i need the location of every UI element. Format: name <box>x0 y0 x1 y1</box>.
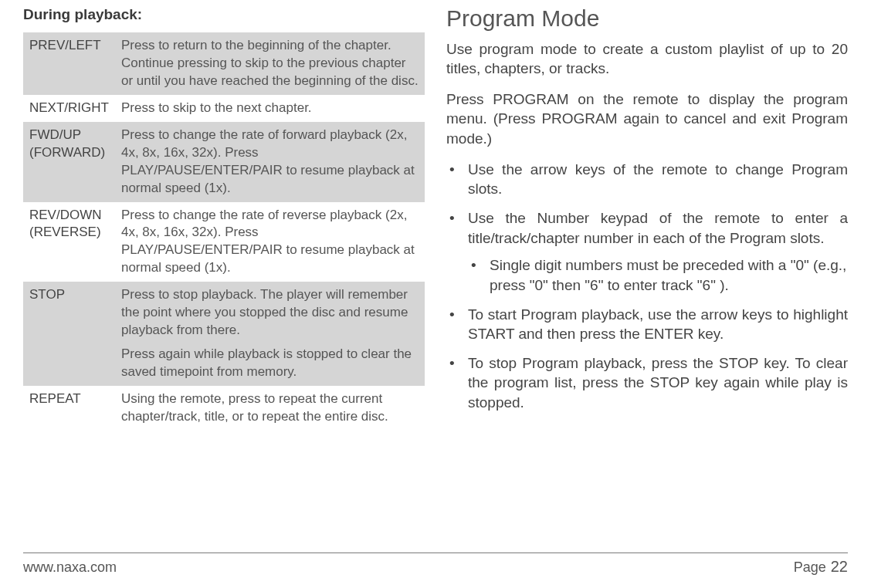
control-key: NEXT/RIGHT <box>23 95 115 122</box>
playback-table: PREV/LEFT Press to return to the beginni… <box>23 32 425 431</box>
desc-text: Press again while playback is stopped to… <box>121 346 419 381</box>
list-item: Single digit numbers must be preceded wi… <box>468 255 848 295</box>
bullet-text: Use the arrow keys of the remote to chan… <box>468 161 848 198</box>
page-label: Page <box>794 559 826 576</box>
control-desc: Using the remote, press to repeat the cu… <box>115 386 425 431</box>
control-key: STOP <box>23 282 115 386</box>
list-item: To start Program playback, use the arrow… <box>446 305 848 344</box>
list-item: Use the arrow keys of the remote to chan… <box>446 160 848 199</box>
left-column: During playback: PREV/LEFT Press to retu… <box>23 6 425 431</box>
sub-bullet-list: Single digit numbers must be preceded wi… <box>468 255 848 295</box>
desc-text: Press to return to the beginning of the … <box>121 37 419 90</box>
list-item: To stop Program playback, press the STOP… <box>446 353 848 413</box>
page-footer: www.naxa.com Page 22 <box>23 553 848 576</box>
footer-url: www.naxa.com <box>23 559 117 576</box>
page-number: 22 <box>831 558 848 576</box>
table-row: STOP Press to stop playback. The player … <box>23 282 425 386</box>
playback-heading: During playback: <box>23 6 425 23</box>
bullet-text: Use the Number keypad of the remote to e… <box>468 210 848 246</box>
program-mode-heading: Program Mode <box>446 3 848 35</box>
control-desc: Press to change the rate of reverse play… <box>115 202 425 282</box>
program-bullet-list: Use the arrow keys of the remote to chan… <box>446 160 848 413</box>
program-instruction: Press PROGRAM on the remote to display t… <box>446 90 848 149</box>
bullet-text: Single digit numbers must be preceded wi… <box>490 257 846 293</box>
program-intro: Use program mode to create a custom play… <box>446 39 848 79</box>
table-row: PREV/LEFT Press to return to the beginni… <box>23 32 425 95</box>
desc-text: Press to change the rate of reverse play… <box>121 207 419 278</box>
control-desc: Press to stop playback. The player will … <box>115 282 425 386</box>
control-key: REV/DOWN (REVERSE) <box>23 202 115 282</box>
bullet-text: To start Program playback, use the arrow… <box>468 306 848 343</box>
bullet-text: To stop Program playback, press the STOP… <box>468 355 848 411</box>
page-content: During playback: PREV/LEFT Press to retu… <box>23 6 848 431</box>
table-row: FWD/UP (FORWARD) Press to change the rat… <box>23 122 425 202</box>
list-item: Use the Number keypad of the remote to e… <box>446 208 848 296</box>
control-key: PREV/LEFT <box>23 32 115 95</box>
table-row: NEXT/RIGHT Press to skip to the next cha… <box>23 95 425 122</box>
right-column: Program Mode Use program mode to create … <box>446 6 848 431</box>
control-desc: Press to skip to the next chapter. <box>115 95 425 122</box>
control-desc: Press to change the rate of forward play… <box>115 122 425 202</box>
page-number-wrap: Page 22 <box>794 558 848 576</box>
table-row: REV/DOWN (REVERSE) Press to change the r… <box>23 202 425 282</box>
control-key: FWD/UP (FORWARD) <box>23 122 115 202</box>
desc-text: Press to skip to the next chapter. <box>121 100 419 117</box>
table-row: REPEAT Using the remote, press to repeat… <box>23 386 425 431</box>
control-key: REPEAT <box>23 386 115 431</box>
control-desc: Press to return to the beginning of the … <box>115 32 425 95</box>
desc-text: Press to stop playback. The player will … <box>121 286 419 340</box>
desc-text: Press to change the rate of forward play… <box>121 127 419 198</box>
desc-text: Using the remote, press to repeat the cu… <box>121 390 419 426</box>
